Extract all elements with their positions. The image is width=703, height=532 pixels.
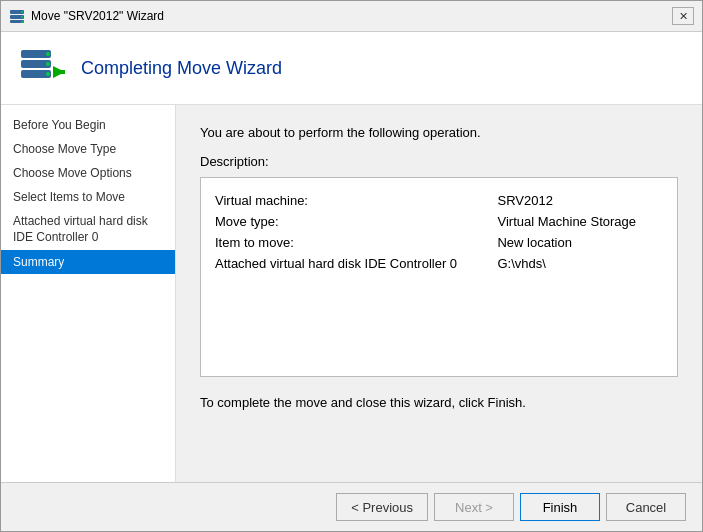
table-cell-key: Virtual machine: [215, 190, 497, 211]
window-icon [9, 8, 25, 24]
finish-note: To complete the move and close this wiza… [200, 395, 678, 410]
svg-point-3 [21, 11, 23, 13]
table-cell-value: Virtual Machine Storage [497, 211, 663, 232]
wizard-header: Completing Move Wizard [1, 32, 702, 105]
table-cell-key: Move type: [215, 211, 497, 232]
sidebar-item-attached-vhd[interactable]: Attached virtual hard disk IDE Controlle… [1, 209, 175, 250]
next-button[interactable]: Next > [434, 493, 514, 521]
sidebar: Before You BeginChoose Move TypeChoose M… [1, 105, 176, 482]
description-box: Virtual machine:SRV2012Move type:Virtual… [200, 177, 678, 377]
content-area: Before You BeginChoose Move TypeChoose M… [1, 105, 702, 482]
sidebar-item-select-items[interactable]: Select Items to Move [1, 185, 175, 209]
sidebar-item-choose-move-options[interactable]: Choose Move Options [1, 161, 175, 185]
wizard-footer: < Previous Next > Finish Cancel [1, 482, 702, 531]
table-cell-key: Item to move: [215, 232, 497, 253]
table-row: Move type:Virtual Machine Storage [215, 211, 663, 232]
svg-point-11 [46, 72, 50, 76]
sidebar-item-summary[interactable]: Summary [1, 250, 175, 274]
summary-table: Virtual machine:SRV2012Move type:Virtual… [215, 190, 663, 274]
svg-point-4 [21, 16, 23, 18]
svg-point-9 [46, 52, 50, 56]
intro-text: You are about to perform the following o… [200, 125, 678, 140]
svg-point-5 [21, 21, 23, 23]
cancel-button[interactable]: Cancel [606, 493, 686, 521]
sidebar-item-choose-move-type[interactable]: Choose Move Type [1, 137, 175, 161]
close-button[interactable]: ✕ [672, 7, 694, 25]
table-row: Attached virtual hard disk IDE Controlle… [215, 253, 663, 274]
svg-point-10 [46, 62, 50, 66]
main-content: You are about to perform the following o… [176, 105, 702, 482]
wizard-header-icon [17, 44, 65, 92]
title-bar: Move "SRV2012" Wizard ✕ [1, 1, 702, 32]
previous-button[interactable]: < Previous [336, 493, 428, 521]
table-cell-value: SRV2012 [497, 190, 663, 211]
table-cell-value: New location [497, 232, 663, 253]
svg-rect-13 [53, 70, 65, 74]
window-title: Move "SRV2012" Wizard [31, 9, 672, 23]
finish-button[interactable]: Finish [520, 493, 600, 521]
wizard-title: Completing Move Wizard [81, 58, 282, 79]
description-label: Description: [200, 154, 678, 169]
table-row: Item to move:New location [215, 232, 663, 253]
table-cell-key: Attached virtual hard disk IDE Controlle… [215, 253, 497, 274]
title-bar-controls: ✕ [672, 7, 694, 25]
wizard-window: Move "SRV2012" Wizard ✕ Completing Move … [0, 0, 703, 532]
sidebar-item-before-you-begin[interactable]: Before You Begin [1, 113, 175, 137]
table-cell-value: G:\vhds\ [497, 253, 663, 274]
table-row: Virtual machine:SRV2012 [215, 190, 663, 211]
